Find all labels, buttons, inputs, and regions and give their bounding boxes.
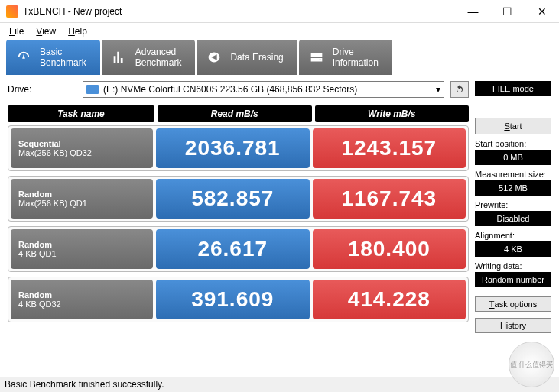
sidebar: FILE mode Start Start position: 0 MB Mea… [469,81,551,379]
minimize-button[interactable]: — [456,0,490,23]
chart-icon [111,49,128,66]
benchmark-panel: Drive: (E:) NVMe Colorful CN600S 223.56 … [8,81,469,379]
task-options-button[interactable]: Task options [475,296,551,312]
start-position-value[interactable]: 0 MB [475,150,551,165]
writing-data-value[interactable]: Random number [475,272,551,287]
history-button[interactable]: History [475,318,551,333]
task-name-cell[interactable]: Random4 KB QD1 [11,229,153,269]
header-write: Write mB/s [315,105,470,122]
menubar: File View Help [0,23,559,40]
test-row: Random4 KB QD32391.609414.228 [8,277,469,322]
task-name-cell[interactable]: Random4 KB QD32 [11,280,153,319]
read-value: 582.857 [156,179,310,219]
titlebar: TxBENCH - New project — ☐ ✕ [0,0,559,23]
write-value: 180.400 [313,229,466,269]
alignment-label: Alignment: [475,231,551,240]
write-value: 1243.157 [313,128,466,168]
prewrite-value[interactable]: Disabled [475,211,551,226]
header-task: Task name [8,105,154,122]
tab-basic-benchmark[interactable]: BasicBenchmark [6,40,100,75]
drive-icon [308,49,325,66]
alignment-value[interactable]: 4 KB [475,241,551,257]
drive-selected-text: (E:) NVMe Colorful CN600S 223.56 GB (468… [103,84,357,95]
tabs: BasicBenchmark AdvancedBenchmark Data Er… [0,40,559,75]
read-value: 391.609 [156,280,310,319]
test-row: Random4 KB QD126.617180.400 [8,226,469,272]
tab-advanced-benchmark[interactable]: AdvancedBenchmark [102,40,196,75]
erase-icon [206,49,223,66]
test-row: RandomMax(256 KB) QD1582.8571167.743 [8,176,469,222]
app-icon [6,5,18,18]
task-name-cell[interactable]: RandomMax(256 KB) QD1 [11,179,153,219]
menu-view[interactable]: View [30,24,62,38]
status-bar: Basic Benchmark finished successfully. [0,377,559,392]
window-title: TxBENCH - New project [23,6,456,17]
start-button[interactable]: Start [475,118,551,134]
tab-data-erasing[interactable]: Data Erasing [197,40,297,75]
drive-icon [86,85,99,94]
drive-select[interactable]: (E:) NVMe Colorful CN600S 223.56 GB (468… [83,81,444,98]
refresh-button[interactable] [450,81,469,98]
write-value: 1167.743 [313,179,466,219]
watermark: 值 什么值得买 [509,342,554,387]
read-value: 2036.781 [156,128,310,168]
refresh-icon [454,84,465,95]
measurement-size-label: Measurement size: [475,170,551,179]
menu-help[interactable]: Help [62,24,93,38]
write-value: 414.228 [313,280,466,319]
maximize-button[interactable]: ☐ [490,0,525,23]
prewrite-label: Prewrite: [475,200,551,209]
read-value: 26.617 [156,229,310,269]
writing-data-label: Writing data: [475,261,551,271]
header-read: Read mB/s [158,105,312,122]
close-button[interactable]: ✕ [525,0,559,23]
tab-drive-information[interactable]: DriveInformation [299,40,392,75]
test-row: SequentialMax(256 KB) QD322036.7811243.1… [8,125,469,171]
drive-label: Drive: [8,84,76,95]
menu-file[interactable]: File [3,24,30,38]
gauge-icon [15,49,32,66]
file-mode-button[interactable]: FILE mode [475,81,551,96]
measurement-size-value[interactable]: 512 MB [475,180,551,196]
task-name-cell[interactable]: SequentialMax(256 KB) QD32 [11,128,153,168]
start-position-label: Start position: [475,139,551,148]
